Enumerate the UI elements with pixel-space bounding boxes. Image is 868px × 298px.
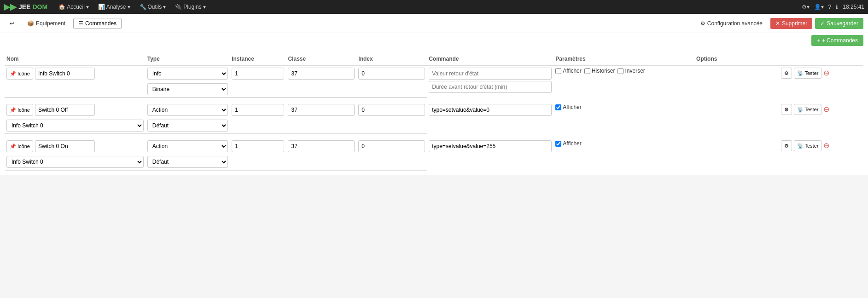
row2-nom-input-row: 📌 Icône (6, 104, 144, 116)
supprimer-button[interactable]: ✕ Supprimer (770, 18, 812, 29)
row1-type2-cell: Binaire Numérique Chaîne (146, 81, 230, 97)
back-button[interactable]: ↩ (5, 18, 19, 29)
nav-plugins-label: Plugins (183, 4, 201, 10)
row1-instance-input[interactable] (232, 68, 284, 80)
row1-icone-button[interactable]: 📌 Icône (6, 68, 33, 80)
dropdown-icon: ▾ (203, 4, 206, 10)
row2-instance-input[interactable] (232, 104, 284, 116)
row2-classe2-cell (286, 118, 356, 134)
row1-historiser-label: Historiser (592, 68, 615, 74)
row3-classe-input[interactable] (288, 140, 355, 152)
row1-classe-cell (286, 65, 356, 81)
row3-afficher-checkbox[interactable] (555, 141, 561, 147)
row1-options-cell (694, 65, 779, 97)
tab-commandes[interactable]: ☰ Commandes (73, 18, 122, 29)
row1-afficher-label: Afficher (563, 68, 581, 74)
nav-accueil[interactable]: 🏠 Accueil ▾ (55, 0, 93, 14)
row3-instance-input[interactable] (232, 140, 284, 152)
row3-params-cell: Afficher (553, 138, 694, 170)
row3-type2-select[interactable]: Défaut Curseur Message (147, 156, 228, 168)
supprimer-label: Supprimer (782, 20, 807, 27)
home-icon: 🏠 (58, 4, 65, 10)
row1-instance-cell (230, 65, 286, 81)
row1-pin-icon: 📌 (10, 71, 16, 77)
row1-index-input[interactable] (358, 68, 425, 80)
row2-remove-button[interactable]: ⊖ (823, 106, 829, 113)
row1-historiser-checkbox[interactable] (584, 68, 590, 74)
row3-commande-input[interactable] (429, 140, 552, 152)
row1-commande-input2[interactable] (429, 81, 552, 93)
row2-type2-select[interactable]: Défaut Curseur Message (147, 120, 228, 132)
row1-inverser-checkbox[interactable] (618, 68, 623, 74)
row1-icone-label: Icône (17, 71, 30, 76)
dropdown-icon: ▾ (86, 4, 89, 10)
nav-outils[interactable]: 🔧 Outils ▾ (136, 0, 170, 14)
row2-afficher-label: Afficher (563, 104, 581, 110)
row2-commande-input[interactable] (429, 104, 552, 116)
row2-icone-button[interactable]: 📌 Icône (6, 104, 33, 116)
info-icon[interactable]: ℹ (836, 4, 838, 10)
row3-index-input[interactable] (358, 140, 425, 152)
row1-classe-input[interactable] (288, 68, 355, 80)
header-type: Type (146, 53, 230, 65)
row3-nom-input[interactable] (35, 140, 95, 152)
row3-icone-button[interactable]: 📌 Icône (6, 140, 33, 152)
row1-tester-button[interactable]: 📡 Tester (794, 68, 822, 79)
row1-afficher-checkbox[interactable] (555, 68, 561, 74)
sauvegarder-label: Sauvegarder (827, 20, 858, 27)
header-params: Paramètres (553, 53, 694, 65)
nav-analyse-label: Analyse (106, 4, 126, 10)
row3-remove-button[interactable]: ⊖ (823, 142, 829, 149)
nav-plugins[interactable]: 🔌 Plugins ▾ (171, 0, 209, 14)
row2-index-input[interactable] (358, 104, 425, 116)
row2-params-cell: Afficher (553, 102, 694, 134)
user-icon[interactable]: 👤▾ (814, 4, 824, 10)
row1-type-cell: Info Action (146, 65, 230, 81)
row3-pin-icon: 📌 (10, 143, 16, 149)
header-instance: Instance (230, 53, 286, 65)
brand[interactable]: ▶▶ JEEDOM (4, 2, 47, 12)
row1-type-select[interactable]: Info Action (147, 68, 228, 80)
row1-type2-select[interactable]: Binaire Numérique Chaîne (147, 83, 228, 95)
tab-equipement[interactable]: 📦 Equipement (22, 18, 70, 29)
row3-type-select[interactable]: Action Info (147, 140, 228, 152)
row3-rss-icon: 📡 (797, 143, 804, 149)
settings-icon[interactable]: ⚙▾ (802, 4, 810, 10)
tab-commandes-label: Commandes (85, 20, 117, 27)
row2-classe-input[interactable] (288, 104, 355, 116)
config-avancee-button[interactable]: ⚙ Configuration avancée (695, 18, 768, 29)
row2-config-icon: ⚙ (784, 107, 789, 113)
row2-classe-cell (286, 102, 356, 118)
row3-classe-cell (286, 138, 356, 154)
row3-tester-button[interactable]: 📡 Tester (794, 140, 822, 151)
help-icon[interactable]: ? (828, 4, 832, 10)
row2-config-button[interactable]: ⚙ (781, 104, 792, 115)
row3-config-button[interactable]: ⚙ (781, 140, 792, 151)
row2-type-select[interactable]: Action Info (147, 104, 228, 116)
row2-nom-input[interactable] (35, 104, 95, 116)
row2-info-select[interactable]: Info Switch 0 (6, 120, 144, 132)
row1-classe2-cell (286, 81, 356, 97)
sauvegarder-button[interactable]: ✓ Sauvegarder (815, 18, 863, 29)
row1-config-icon: ⚙ (784, 70, 789, 76)
row3-info-select[interactable]: Info Switch 0 (6, 156, 144, 168)
config-icon: ⚙ (700, 20, 705, 27)
infobar-inner: + + Commandes (5, 35, 863, 46)
row1-remove-button[interactable]: ⊖ (823, 69, 829, 77)
commandes-add-label: + Commandes (822, 37, 858, 44)
nav-analyse[interactable]: 📊 Analyse ▾ (94, 0, 134, 14)
row1-index2-cell (356, 81, 427, 97)
nav-accueil-label: Accueil (67, 4, 85, 10)
row1-instance2-cell (230, 81, 286, 97)
commandes-add-button[interactable]: + + Commandes (811, 35, 863, 46)
row3-action-buttons: ⚙ 📡 Tester ⊖ (781, 140, 862, 151)
row2-tester-button[interactable]: 📡 Tester (794, 104, 822, 115)
row3-tester-label: Tester (805, 143, 819, 149)
row2-afficher-checkbox[interactable] (555, 104, 561, 110)
separator-row-1 (5, 97, 863, 102)
row1-nom-input[interactable] (35, 68, 95, 80)
row1-commande-input1[interactable] (429, 68, 552, 80)
row2-instance-cell (230, 102, 286, 118)
row2-index2-cell (356, 118, 427, 134)
row1-config-button[interactable]: ⚙ (781, 68, 792, 79)
